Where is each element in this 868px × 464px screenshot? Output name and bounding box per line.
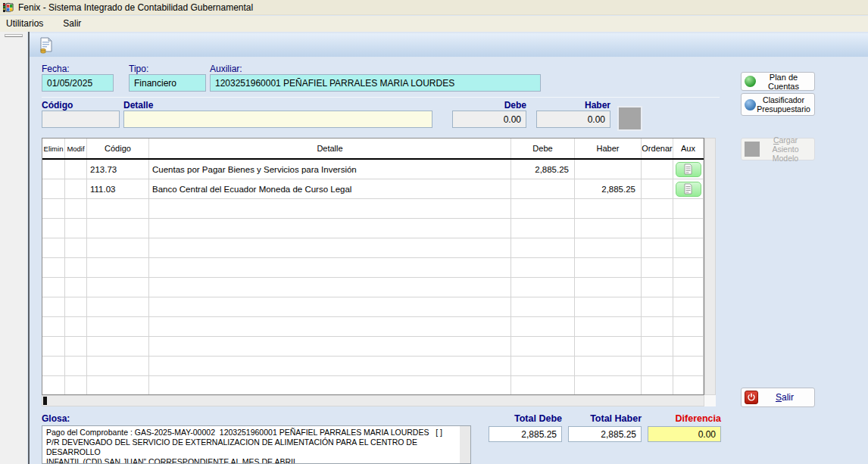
cell-ordenar xyxy=(642,238,673,257)
column-header-detalle: Detalle xyxy=(149,139,511,158)
cell-aux xyxy=(673,179,704,198)
codigo-label: Código xyxy=(42,100,73,111)
cell-haber xyxy=(575,317,642,336)
cell-elimin xyxy=(42,297,65,316)
cell-elimin xyxy=(42,219,65,238)
cell-elimin xyxy=(42,199,65,218)
new-voucher-document-icon[interactable] xyxy=(37,36,55,54)
cell-detalle xyxy=(149,219,511,238)
column-header-aux: Aux xyxy=(673,139,704,158)
debe-input[interactable]: 0.00 xyxy=(452,111,526,128)
cell-modif xyxy=(65,219,87,238)
table-horizontal-scrollbar[interactable] xyxy=(42,395,704,406)
cell-aux xyxy=(673,337,704,356)
add-entry-button[interactable] xyxy=(617,106,642,131)
tipo-input[interactable]: Financiero xyxy=(129,74,206,92)
cell-detalle xyxy=(149,238,511,257)
cell-haber xyxy=(575,278,642,297)
cell-haber xyxy=(575,199,642,218)
column-header-código: Código xyxy=(87,139,149,158)
cell-haber xyxy=(575,238,642,257)
table-row[interactable]: 111.03Banco Central del Ecuador Moneda d… xyxy=(42,179,704,199)
plan-de-cuentas-button[interactable]: Plan de Cuentas xyxy=(741,72,815,91)
table-row-empty xyxy=(42,219,704,238)
cell-modif xyxy=(65,337,87,356)
clasificador-label: Clasificador Presupuestario xyxy=(756,95,811,114)
table-row-empty xyxy=(42,278,704,297)
table-row-empty xyxy=(42,199,704,219)
cell-elimin xyxy=(42,179,65,198)
table-row-empty xyxy=(42,317,704,337)
cell-aux xyxy=(673,297,704,316)
diferencia-value: 0.00 xyxy=(648,426,721,442)
diferencia-label: Diferencia xyxy=(648,413,721,424)
cell-detalle xyxy=(149,337,511,356)
salir-button[interactable]: Salir xyxy=(741,388,815,407)
cell-ordenar xyxy=(642,317,673,336)
cell-ordenar xyxy=(642,160,673,179)
cargar-asiento-label: Cargar Asiento Modelo xyxy=(760,135,811,163)
cell-haber xyxy=(575,160,642,179)
table-vertical-scrollbar[interactable] xyxy=(704,138,716,395)
cell-codigo xyxy=(87,199,149,218)
table-row-empty xyxy=(42,238,704,258)
menu-salir[interactable]: Salir xyxy=(63,17,87,31)
cell-detalle xyxy=(149,376,511,395)
cell-modif xyxy=(65,238,87,257)
cell-detalle xyxy=(149,297,511,316)
cell-modif xyxy=(65,297,87,316)
salir-label: Salir xyxy=(758,393,811,402)
aux-document-button[interactable] xyxy=(676,182,701,197)
scrollbar-thumb[interactable] xyxy=(43,397,47,405)
cell-elimin xyxy=(42,337,65,356)
table-row-empty xyxy=(42,258,704,278)
clasificador-presupuestario-button[interactable]: Clasificador Presupuestario xyxy=(741,93,815,116)
cell-detalle xyxy=(149,317,511,336)
table-row[interactable]: 213.73Cuentas por Pagar Bienes y Servici… xyxy=(42,160,704,179)
fecha-label: Fecha: xyxy=(42,64,70,74)
cell-ordenar xyxy=(642,199,673,218)
detalle-input[interactable] xyxy=(123,111,432,128)
cell-codigo xyxy=(87,317,149,336)
haber-input[interactable]: 0.00 xyxy=(536,111,610,128)
cell-codigo xyxy=(87,297,149,316)
column-header-modif: Modif xyxy=(65,139,87,158)
menu-bar: Utilitarios Salir xyxy=(0,16,868,32)
haber-label: Haber xyxy=(535,100,610,111)
total-haber-label: Total Haber xyxy=(568,413,642,424)
codigo-input[interactable] xyxy=(42,111,120,128)
auxiliar-input[interactable]: 1203251960001 PEÑAFIEL PARRALES MARIA LO… xyxy=(210,74,541,92)
power-icon xyxy=(745,391,758,404)
column-header-haber: Haber xyxy=(575,139,642,158)
cell-aux xyxy=(673,238,704,257)
cell-codigo xyxy=(87,219,149,238)
panel-gripper[interactable] xyxy=(5,34,23,37)
cell-aux xyxy=(673,357,704,375)
auxiliar-label: Auxiliar: xyxy=(210,64,242,74)
cell-haber: 2,885.25 xyxy=(575,179,642,198)
table-header-row: EliminModifCódigoDetalleDebeHaberOrdenar… xyxy=(42,139,704,160)
cell-aux xyxy=(673,258,704,277)
cell-debe xyxy=(511,199,575,218)
glosa-textarea[interactable]: Pago del Comprobante : GAS-2025-MAY-0000… xyxy=(42,425,471,464)
green-sphere-icon xyxy=(745,76,756,87)
cargar-asiento-modelo-button: Cargar Asiento Modelo xyxy=(741,138,815,160)
cell-modif xyxy=(65,160,87,179)
cell-debe xyxy=(511,179,575,198)
glosa-scrollbar[interactable] xyxy=(460,426,470,463)
cell-detalle: Cuentas por Pagar Bienes y Servicios par… xyxy=(149,160,511,179)
cell-haber xyxy=(575,258,642,277)
aux-document-button[interactable] xyxy=(676,162,701,177)
cell-modif xyxy=(65,317,87,336)
cell-codigo xyxy=(87,258,149,277)
cell-debe xyxy=(511,219,575,238)
cell-haber xyxy=(575,297,642,316)
cell-detalle xyxy=(149,278,511,297)
cell-debe xyxy=(511,238,575,257)
cell-codigo: 213.73 xyxy=(87,160,149,179)
menu-utilitarios[interactable]: Utilitarios xyxy=(6,17,49,31)
table-body: 213.73Cuentas por Pagar Bienes y Servici… xyxy=(42,160,704,395)
cell-elimin xyxy=(42,258,65,277)
fecha-input[interactable]: 01/05/2025 xyxy=(42,74,114,92)
cell-debe xyxy=(511,357,575,375)
